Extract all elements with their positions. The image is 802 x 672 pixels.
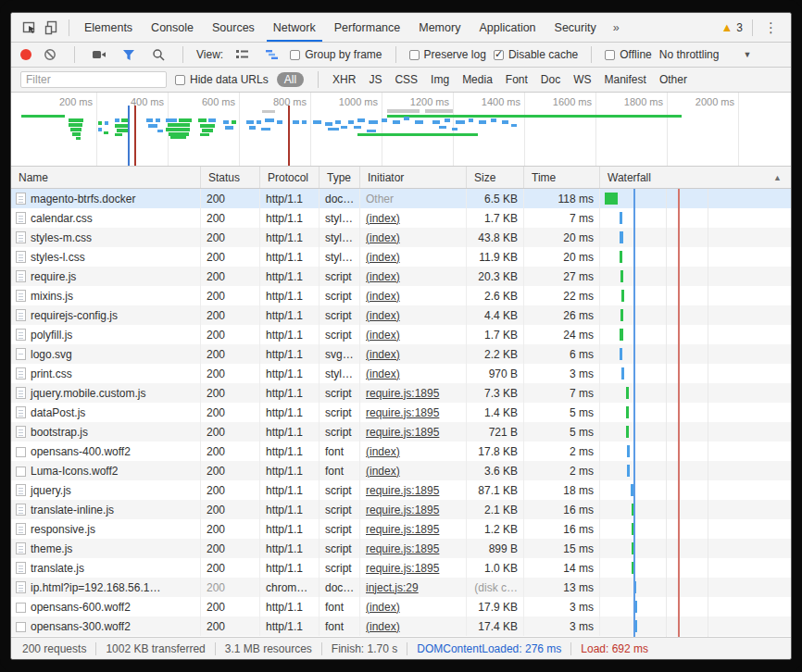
- inspect-element-icon[interactable]: [19, 18, 41, 38]
- initiator-link[interactable]: (index): [366, 465, 400, 478]
- initiator-link[interactable]: (index): [366, 329, 400, 342]
- filter-type-js[interactable]: JS: [369, 73, 382, 86]
- offline-checkbox[interactable]: Offline: [605, 48, 651, 61]
- filter-type-media[interactable]: Media: [462, 73, 493, 86]
- table-row[interactable]: logo.svg200http/1.1svg…(index)2.2 KB6 ms: [11, 344, 791, 364]
- table-row[interactable]: require.js200http/1.1script(index)20.3 K…: [11, 267, 791, 286]
- request-name-cell[interactable]: dataPost.js: [11, 403, 201, 422]
- filter-type-manifest[interactable]: Manifest: [605, 73, 646, 86]
- table-row[interactable]: polyfill.js200http/1.1script(index)1.7 K…: [11, 325, 791, 344]
- request-name-cell[interactable]: styles-l.css: [11, 247, 201, 267]
- request-name-cell[interactable]: theme.js: [11, 539, 201, 558]
- tab-application[interactable]: Application: [470, 13, 545, 42]
- filter-input[interactable]: [20, 71, 167, 88]
- table-row[interactable]: print.css200http/1.1styl…(index)970 B3 m…: [11, 364, 791, 383]
- network-overview[interactable]: 200 ms400 ms600 ms800 ms1000 ms1200 ms14…: [11, 93, 791, 167]
- initiator-link[interactable]: inject.js:29: [366, 581, 419, 594]
- initiator-link[interactable]: (index): [366, 309, 400, 322]
- request-name-cell[interactable]: translate-inline.js: [11, 500, 201, 519]
- camera-icon[interactable]: [88, 44, 110, 65]
- more-tabs-button[interactable]: »: [606, 21, 627, 34]
- column-header-name[interactable]: Name: [11, 167, 201, 188]
- table-row[interactable]: requirejs-config.js200http/1.1script(ind…: [11, 305, 791, 325]
- table-row[interactable]: calendar.css200http/1.1styl…(index)1.7 K…: [11, 208, 791, 228]
- tab-network[interactable]: Network: [264, 13, 325, 42]
- initiator-link[interactable]: require.js:1895: [366, 542, 439, 555]
- column-header-size[interactable]: Size: [467, 167, 524, 188]
- tab-elements[interactable]: Elements: [75, 13, 142, 42]
- filter-type-other[interactable]: Other: [659, 73, 687, 86]
- request-name-cell[interactable]: jquery.mobile.custom.js: [11, 383, 201, 403]
- initiator-link[interactable]: require.js:1895: [366, 426, 439, 439]
- request-name-cell[interactable]: responsive.js: [11, 519, 201, 539]
- column-header-waterfall[interactable]: Waterfall▲: [600, 167, 791, 188]
- request-name-cell[interactable]: magento-btrfs.docker: [11, 189, 201, 208]
- table-row[interactable]: theme.js200http/1.1scriptrequire.js:1895…: [11, 539, 791, 558]
- request-name-cell[interactable]: translate.js: [11, 558, 201, 578]
- initiator-link[interactable]: (index): [366, 212, 400, 225]
- record-icon[interactable]: [20, 49, 31, 60]
- device-toolbar-icon[interactable]: [41, 18, 63, 38]
- table-row[interactable]: jquery.mobile.custom.js200http/1.1script…: [11, 383, 791, 403]
- request-name-cell[interactable]: styles-m.css: [11, 228, 201, 247]
- table-row[interactable]: magento-btrfs.docker200http/1.1doc…Other…: [11, 189, 791, 208]
- initiator-link[interactable]: (index): [366, 620, 400, 633]
- table-row[interactable]: jquery.js200http/1.1scriptrequire.js:189…: [11, 480, 791, 500]
- tab-performance[interactable]: Performance: [325, 13, 410, 42]
- initiator-link[interactable]: (index): [366, 367, 400, 380]
- request-name-cell[interactable]: opensans-300.woff2: [11, 616, 201, 636]
- initiator-link[interactable]: (index): [366, 290, 400, 303]
- disable-cache-checkbox[interactable]: Disable cache: [494, 48, 578, 61]
- request-name-cell[interactable]: mixins.js: [11, 286, 201, 305]
- table-row[interactable]: responsive.js200http/1.1scriptrequire.js…: [11, 519, 791, 539]
- request-name-cell[interactable]: jquery.js: [11, 480, 201, 500]
- request-name-cell[interactable]: print.css: [11, 364, 201, 383]
- request-name-cell[interactable]: ip.html?ip=192.168.56.1…: [11, 578, 201, 597]
- filter-type-ws[interactable]: WS: [573, 73, 591, 86]
- table-row[interactable]: Luma-Icons.woff2200http/1.1font(index)3.…: [11, 461, 791, 480]
- initiator-link[interactable]: require.js:1895: [366, 387, 439, 400]
- initiator-link[interactable]: require.js:1895: [366, 484, 439, 497]
- filter-type-all[interactable]: All: [277, 72, 304, 87]
- column-header-protocol[interactable]: Protocol: [260, 167, 320, 188]
- column-header-status[interactable]: Status: [201, 167, 260, 188]
- request-name-cell[interactable]: polyfill.js: [11, 325, 201, 344]
- initiator-link[interactable]: (index): [366, 601, 400, 614]
- request-name-cell[interactable]: require.js: [11, 267, 201, 286]
- console-warnings-badge[interactable]: ▲ 3: [717, 21, 746, 34]
- request-name-cell[interactable]: requirejs-config.js: [11, 305, 201, 325]
- table-row[interactable]: opensans-400.woff2200http/1.1font(index)…: [11, 442, 791, 461]
- request-name-cell[interactable]: opensans-400.woff2: [11, 442, 201, 461]
- initiator-link[interactable]: require.js:1895: [366, 504, 439, 516]
- search-icon[interactable]: [147, 44, 169, 65]
- preserve-log-checkbox[interactable]: Preserve log: [409, 48, 486, 61]
- table-row[interactable]: dataPost.js200http/1.1scriptrequire.js:1…: [11, 403, 791, 422]
- table-row[interactable]: ip.html?ip=192.168.56.1…200chrom…doc…inj…: [11, 578, 791, 597]
- table-row[interactable]: styles-m.css200http/1.1styl…(index)43.8 …: [11, 228, 791, 247]
- request-name-cell[interactable]: bootstrap.js: [11, 422, 201, 442]
- initiator-link[interactable]: (index): [366, 231, 400, 244]
- list-view-icon[interactable]: [231, 44, 253, 65]
- filter-type-font[interactable]: Font: [506, 73, 528, 86]
- column-header-time[interactable]: Time: [524, 167, 600, 188]
- group-by-frame-checkbox[interactable]: Group by frame: [290, 48, 382, 61]
- filter-type-img[interactable]: Img: [431, 73, 449, 86]
- filter-type-doc[interactable]: Doc: [541, 73, 560, 86]
- filter-type-xhr[interactable]: XHR: [332, 73, 356, 86]
- tab-console[interactable]: Console: [142, 13, 203, 42]
- request-name-cell[interactable]: logo.svg: [11, 344, 201, 364]
- initiator-link[interactable]: require.js:1895: [366, 406, 439, 419]
- initiator-link[interactable]: (index): [366, 251, 400, 264]
- filter-funnel-icon[interactable]: [118, 44, 140, 65]
- initiator-link[interactable]: (index): [366, 270, 400, 283]
- table-row[interactable]: opensans-300.woff2200http/1.1font(index)…: [11, 616, 791, 636]
- request-name-cell[interactable]: Luma-Icons.woff2: [11, 461, 201, 480]
- table-row[interactable]: opensans-600.woff2200http/1.1font(index)…: [11, 597, 791, 616]
- tab-security[interactable]: Security: [545, 13, 606, 42]
- filter-type-css[interactable]: CSS: [395, 73, 418, 86]
- initiator-link[interactable]: require.js:1895: [366, 562, 439, 575]
- initiator-link[interactable]: (index): [366, 348, 400, 361]
- request-name-cell[interactable]: opensans-600.woff2: [11, 597, 201, 616]
- table-row[interactable]: translate.js200http/1.1scriptrequire.js:…: [11, 558, 791, 578]
- table-row[interactable]: styles-l.css200http/1.1styl…(index)11.9 …: [11, 247, 791, 267]
